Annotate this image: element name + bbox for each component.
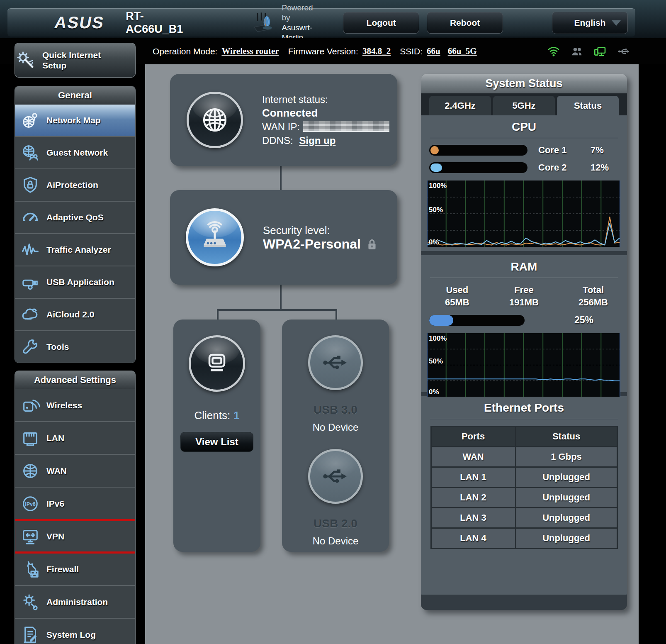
- wan-ip-row: WAN IP:: [262, 120, 389, 134]
- sidebar-item-network-map[interactable]: Network Map: [15, 105, 135, 136]
- internet-status-card: Internet status: Connected WAN IP: DDNS:…: [170, 74, 397, 166]
- sidebar-item-traffic-analyzer[interactable]: Traffic Analyzer: [15, 233, 135, 266]
- ram-total-label: Total: [578, 284, 608, 296]
- cpu-title: CPU: [421, 115, 627, 134]
- usb-status-icon[interactable]: [616, 45, 631, 58]
- table-row: LAN 4 Unplugged: [431, 528, 617, 549]
- sidebar-item-administration[interactable]: Administration: [15, 585, 135, 618]
- language-value: English: [574, 18, 606, 28]
- sidebar-item-adaptive-qos[interactable]: Adaptive QoS: [15, 201, 135, 233]
- ddns-row: DDNS: Sign up: [262, 134, 389, 147]
- ram-total: Total 256MB: [578, 284, 608, 309]
- sidebar-item-aicloud[interactable]: AiCloud 2.0: [15, 298, 135, 330]
- ram-free-value: 191MB: [509, 296, 539, 309]
- usb2-status: No Device: [313, 535, 359, 547]
- tab-status[interactable]: Status: [557, 96, 619, 115]
- logout-button[interactable]: Logout: [343, 12, 419, 34]
- divider: [430, 138, 618, 138]
- clients-count: 1: [233, 409, 239, 422]
- port-cell: LAN 1: [431, 467, 515, 488]
- cpu-core1-value: 7%: [591, 145, 604, 156]
- sidebar-item-wireless[interactable]: Wireless: [15, 389, 135, 421]
- sidebar-item-ipv6[interactable]: IPv6 IPv6: [15, 487, 135, 520]
- connector-line: [280, 166, 282, 190]
- status-icon-group: [547, 45, 631, 58]
- sidebar-item-label: WAN: [46, 466, 67, 476]
- wrench-icon: [21, 337, 40, 356]
- sidebar-item-aiprotection[interactable]: AiProtection: [15, 168, 135, 201]
- gear-icon: [21, 593, 40, 612]
- ram-axis-0: 0%: [429, 388, 439, 396]
- sidebar-section-general: General Network Map: [15, 86, 136, 363]
- ram-title: RAM: [421, 255, 627, 273]
- system-status-header: System Status: [421, 74, 627, 93]
- table-row: WAN 1 Gbps: [431, 447, 617, 467]
- sidebar-item-label: AiProtection: [46, 180, 98, 190]
- globe-icon: [21, 461, 40, 481]
- clients-button[interactable]: [189, 335, 245, 392]
- firmware-label: Firmware Version:: [288, 46, 358, 56]
- wifi-status-icon[interactable]: [547, 45, 561, 58]
- quick-internet-setup-button[interactable]: Quick Internet Setup: [15, 43, 136, 78]
- table-row: LAN 2 Unplugged: [431, 488, 617, 508]
- sidebar-item-label: Network Map: [46, 115, 101, 125]
- internet-status-label: Internet status:: [262, 93, 389, 106]
- sidebar-item-vpn[interactable]: VPN: [15, 520, 135, 552]
- port-cell: LAN 2: [431, 488, 515, 508]
- ram-axis-100: 100%: [429, 334, 447, 343]
- tab-2-4ghz[interactable]: 2.4GHz: [429, 96, 491, 115]
- ram-usage-chart: 100% 50% 0%: [427, 333, 622, 397]
- connector-line: [217, 309, 219, 320]
- ram-used-value: 65MB: [445, 296, 469, 309]
- sidebar-item-firewall[interactable]: Firewall: [15, 552, 135, 585]
- usb3-button[interactable]: [308, 335, 363, 390]
- security-level-label: Security level:: [263, 224, 377, 237]
- sidebar: Quick Internet Setup General Network Map: [15, 43, 136, 644]
- ram-free-label: Free: [509, 284, 539, 296]
- usb2-button[interactable]: [308, 449, 363, 504]
- sidebar-item-tools[interactable]: Tools: [15, 330, 135, 363]
- ddns-signup-link[interactable]: Sign up: [299, 135, 335, 146]
- system-status-panel: System Status 2.4GHz 5GHz Status CPU Cor…: [421, 74, 627, 610]
- security-router-button[interactable]: [186, 208, 244, 266]
- ethernet-ports-title: Ethernet Ports: [421, 396, 627, 415]
- usb2-label: USB 2.0: [314, 517, 357, 530]
- table-row: LAN 3 Unplugged: [431, 508, 617, 528]
- reboot-button[interactable]: Reboot: [427, 12, 503, 34]
- cpu-section: CPU Core 1 7% Core 2 12%: [421, 115, 627, 251]
- operation-mode-link[interactable]: Wireless router: [221, 46, 279, 56]
- router-admin-page: ASUS RT-AC66U_B1 Powered by Asuswrt-Merl…: [0, 0, 666, 644]
- status-cell: 1 Gbps: [515, 447, 617, 467]
- cpu-core2-bar: [429, 162, 527, 173]
- advanced-section-title: Advanced Settings: [15, 371, 135, 389]
- internet-globe-button[interactable]: [187, 92, 243, 148]
- sidebar-item-guest-network[interactable]: Guest Network: [15, 136, 135, 168]
- clients-count-row: Clients:1: [194, 409, 239, 422]
- guest-network-icon: [21, 143, 40, 162]
- cpu-core1-fill: [430, 146, 439, 154]
- svg-text:IPv6: IPv6: [25, 501, 36, 507]
- sidebar-item-lan[interactable]: LAN: [15, 421, 135, 454]
- language-select[interactable]: English: [552, 12, 628, 34]
- sidebar-item-wan[interactable]: WAN: [15, 454, 135, 487]
- clients-status-icon[interactable]: [570, 45, 584, 58]
- cpu-axis-50: 50%: [429, 206, 443, 214]
- gauge-icon: [21, 208, 40, 227]
- sidebar-item-label: Adaptive QoS: [46, 212, 104, 222]
- cpu-axis-100: 100%: [429, 182, 447, 190]
- view-list-button[interactable]: View List: [180, 432, 253, 452]
- status-cell: Unplugged: [515, 488, 617, 508]
- sidebar-item-usb-application[interactable]: USB Application: [15, 266, 135, 298]
- firmware-version-link[interactable]: 384.8_2: [362, 46, 391, 56]
- connector-line: [217, 309, 337, 311]
- ram-bar-row: 25%: [429, 315, 627, 326]
- cpu-core2-row: Core 2 12%: [429, 162, 627, 173]
- connector-line: [335, 309, 337, 320]
- ssid-24-link[interactable]: 66u: [427, 46, 440, 56]
- devices-status-icon[interactable]: [593, 45, 607, 58]
- tab-5ghz[interactable]: 5GHz: [493, 96, 555, 115]
- sidebar-item-system-log[interactable]: System Log: [15, 618, 135, 644]
- ssid-5g-link[interactable]: 66u_5G: [448, 46, 477, 56]
- ram-axis-50: 50%: [429, 357, 443, 366]
- port-cell: LAN 3: [431, 508, 515, 528]
